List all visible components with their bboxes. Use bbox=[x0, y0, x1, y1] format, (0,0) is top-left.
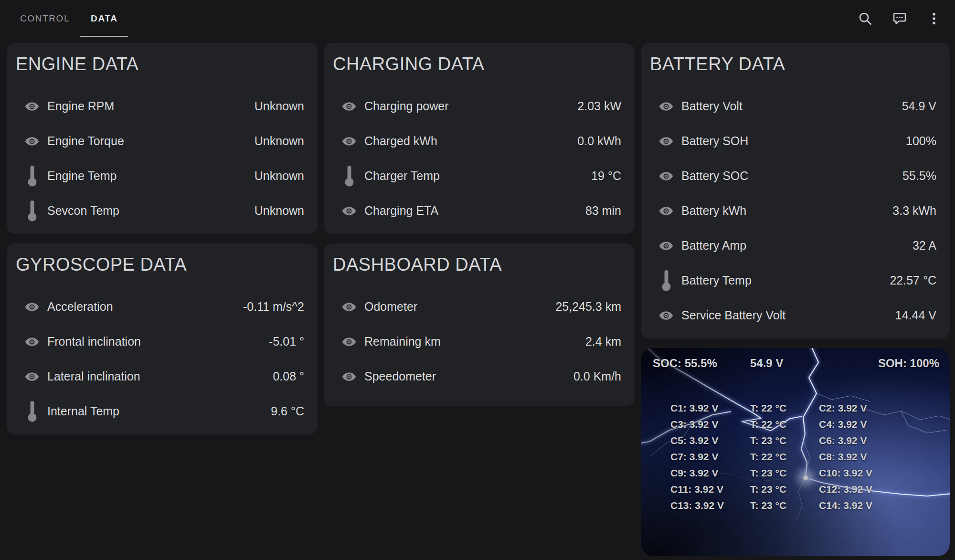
row-label: Sevcon Temp bbox=[47, 204, 255, 218]
row-odometer[interactable]: Odometer 25,245.3 km bbox=[324, 289, 635, 324]
row-value: 25,245.3 km bbox=[555, 300, 621, 314]
row-charger-temp[interactable]: Charger Temp 19 °C bbox=[324, 158, 635, 193]
row-value: 19 °C bbox=[591, 169, 621, 183]
cell-voltage: C13: 3.92 V bbox=[670, 500, 724, 511]
row-value: 55.5% bbox=[902, 169, 936, 183]
cell-voltage: C9: 3.92 V bbox=[670, 467, 718, 479]
eye-icon bbox=[659, 134, 673, 148]
card-title: GYROSCOPE DATA bbox=[16, 254, 318, 275]
row-service-battery-volt[interactable]: Service Battery Volt 14.44 V bbox=[641, 298, 950, 333]
row-label: Battery kWh bbox=[681, 204, 892, 218]
thermometer-icon bbox=[659, 270, 673, 292]
cell-voltage: C6: 3.92 V bbox=[819, 435, 867, 446]
eye-icon bbox=[342, 99, 356, 114]
cell-row: C3: 3.92 V T: 22 °C C4: 3.92 V bbox=[641, 416, 950, 433]
row-label: Frontal inclination bbox=[47, 335, 269, 349]
cell-temp: T: 23 °C bbox=[750, 467, 786, 479]
row-speedometer[interactable]: Speedometer 0.0 Km/h bbox=[324, 359, 635, 394]
chat-icon[interactable] bbox=[892, 11, 907, 26]
row-label: Engine Temp bbox=[47, 169, 255, 183]
row-label: Engine Torque bbox=[47, 134, 255, 148]
topbar-actions bbox=[858, 0, 942, 37]
eye-icon bbox=[659, 99, 673, 114]
cell-voltage: C7: 3.92 V bbox=[670, 451, 718, 463]
tab-control[interactable]: CONTROL bbox=[10, 0, 80, 37]
row-value: 2.03 kW bbox=[577, 99, 621, 113]
cell-voltage: C10: 3.92 V bbox=[819, 467, 872, 479]
row-value: 0.08 ° bbox=[273, 370, 304, 383]
top-app-bar: CONTROL DATA bbox=[0, 0, 955, 37]
more-icon[interactable] bbox=[926, 11, 942, 26]
eye-icon bbox=[25, 335, 39, 349]
cell-row: C5: 3.92 V T: 23 °C C6: 3.92 V bbox=[641, 433, 950, 449]
battery-cells-panel[interactable]: SOC: 55.5% 54.9 V SOH: 100% C1: 3.92 V T… bbox=[641, 348, 950, 556]
row-label: Service Battery Volt bbox=[681, 308, 895, 322]
dashboard-grid: ENGINE DATA Engine RPM Unknown Engine To… bbox=[0, 37, 955, 556]
eye-icon bbox=[25, 134, 39, 148]
eye-icon bbox=[342, 300, 356, 314]
row-label: Internal Temp bbox=[47, 404, 271, 418]
row-charging-eta[interactable]: Charging ETA 83 min bbox=[324, 193, 635, 228]
soh-readout: SOH: 100% bbox=[878, 357, 939, 370]
cell-temp: T: 23 °C bbox=[750, 500, 786, 511]
dashboard-data-card: DASHBOARD DATA Odometer 25,245.3 km Rema… bbox=[324, 243, 635, 406]
row-label: Charged kWh bbox=[364, 134, 577, 148]
row-remaining-km[interactable]: Remaining km 2.4 km bbox=[324, 324, 635, 359]
row-battery-soc[interactable]: Battery SOC 55.5% bbox=[641, 158, 950, 193]
cell-row: C9: 3.92 V T: 23 °C C10: 3.92 V bbox=[641, 465, 950, 481]
row-frontal-inclination[interactable]: Frontal inclination -5.01 ° bbox=[7, 324, 318, 359]
row-value: 9.6 °C bbox=[271, 404, 304, 418]
cell-voltage: C1: 3.92 V bbox=[670, 402, 718, 414]
tab-data[interactable]: DATA bbox=[80, 0, 128, 37]
active-tab-underline bbox=[80, 36, 128, 37]
battery-summary-row: SOC: 55.5% 54.9 V SOH: 100% bbox=[641, 357, 950, 371]
row-internal-temp[interactable]: Internal Temp 9.6 °C bbox=[7, 394, 318, 429]
row-charged-kwh[interactable]: Charged kWh 0.0 kWh bbox=[324, 124, 635, 158]
tab-control-label: CONTROL bbox=[20, 13, 70, 24]
card-rows: Charging power 2.03 kW Charged kWh 0.0 k… bbox=[324, 89, 635, 228]
charging-data-card: CHARGING DATA Charging power 2.03 kW Cha… bbox=[324, 43, 635, 234]
card-rows: Battery Volt 54.9 V Battery SOH 100% Bat… bbox=[641, 89, 950, 333]
row-label: Charging ETA bbox=[364, 204, 585, 218]
row-label: Speedometer bbox=[364, 370, 573, 383]
row-value: 0.0 kWh bbox=[577, 134, 621, 148]
eye-icon bbox=[342, 335, 356, 349]
row-engine-torque[interactable]: Engine Torque Unknown bbox=[7, 124, 318, 158]
row-value: -5.01 ° bbox=[269, 335, 304, 349]
row-battery-amp[interactable]: Battery Amp 32 A bbox=[641, 228, 950, 263]
eye-icon bbox=[25, 99, 39, 114]
row-battery-kwh[interactable]: Battery kWh 3.3 kWh bbox=[641, 193, 950, 228]
row-battery-temp[interactable]: Battery Temp 22.57 °C bbox=[641, 263, 950, 298]
row-label: Charger Temp bbox=[364, 169, 591, 183]
cell-voltage: C12: 3.92 V bbox=[819, 484, 872, 495]
cell-temp: T: 22 °C bbox=[750, 419, 786, 430]
thermometer-icon bbox=[25, 165, 39, 187]
cell-row: C11: 3.92 V T: 23 °C C12: 3.92 V bbox=[641, 481, 950, 497]
search-icon[interactable] bbox=[858, 11, 873, 26]
row-acceleration[interactable]: Acceleration -0.11 m/s^2 bbox=[7, 289, 318, 324]
row-lateral-inclination[interactable]: Lateral inclination 0.08 ° bbox=[7, 359, 318, 394]
eye-icon bbox=[342, 370, 356, 384]
eye-icon bbox=[659, 308, 673, 323]
card-rows: Acceleration -0.11 m/s^2 Frontal inclina… bbox=[7, 289, 318, 429]
cell-temp: T: 23 °C bbox=[750, 435, 786, 446]
row-battery-soh[interactable]: Battery SOH 100% bbox=[641, 124, 950, 158]
row-value: Unknown bbox=[255, 169, 304, 183]
eye-icon bbox=[659, 169, 673, 183]
row-sevcon-temp[interactable]: Sevcon Temp Unknown bbox=[7, 193, 318, 228]
card-rows: Engine RPM Unknown Engine Torque Unknown… bbox=[7, 89, 318, 228]
cell-temp: T: 22 °C bbox=[750, 451, 786, 463]
row-engine-rpm[interactable]: Engine RPM Unknown bbox=[7, 89, 318, 124]
row-value: 83 min bbox=[585, 204, 621, 218]
row-battery-volt[interactable]: Battery Volt 54.9 V bbox=[641, 89, 950, 124]
row-charging-power[interactable]: Charging power 2.03 kW bbox=[324, 89, 635, 124]
cell-voltage-grid: C1: 3.92 V T: 22 °C C2: 3.92 V C3: 3.92 … bbox=[641, 400, 950, 514]
row-engine-temp[interactable]: Engine Temp Unknown bbox=[7, 158, 318, 193]
card-title: DASHBOARD DATA bbox=[333, 254, 635, 275]
cell-voltage: C8: 3.92 V bbox=[819, 451, 867, 463]
row-label: Charging power bbox=[364, 99, 577, 113]
column-right: BATTERY DATA Battery Volt 54.9 V Battery… bbox=[641, 43, 950, 556]
cell-row: C1: 3.92 V T: 22 °C C2: 3.92 V bbox=[641, 400, 950, 416]
row-value: 0.0 Km/h bbox=[573, 370, 621, 383]
battery-data-card: BATTERY DATA Battery Volt 54.9 V Battery… bbox=[641, 43, 950, 338]
